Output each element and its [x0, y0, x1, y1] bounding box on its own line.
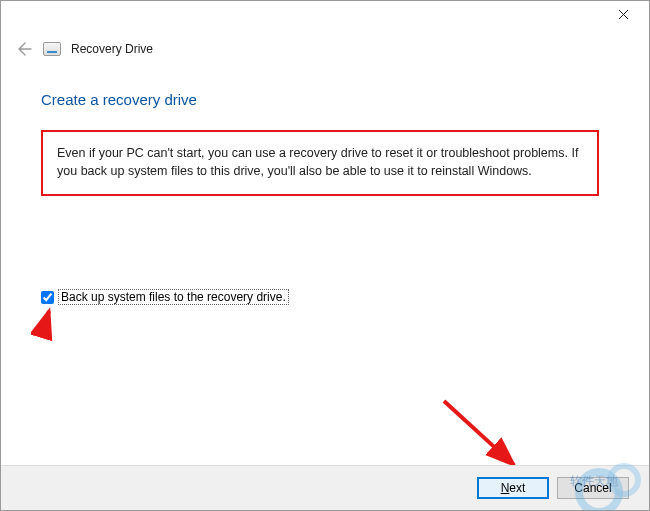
back-arrow-icon [14, 40, 32, 58]
footer: Next Cancel [1, 466, 649, 510]
next-button[interactable]: Next [477, 477, 549, 499]
description-text: Even if your PC can't start, you can use… [57, 144, 583, 180]
close-icon [618, 9, 629, 20]
close-button[interactable] [603, 3, 643, 25]
backup-checkbox-label[interactable]: Back up system files to the recovery dri… [58, 289, 289, 305]
window-title: Recovery Drive [71, 42, 153, 56]
back-button[interactable] [11, 37, 35, 61]
recovery-drive-icon [43, 42, 61, 56]
backup-checkbox-row: Back up system files to the recovery dri… [41, 289, 289, 305]
content-area: Create a recovery drive Even if your PC … [1, 61, 649, 196]
header: Recovery Drive [1, 31, 649, 61]
titlebar [1, 1, 649, 31]
description-highlight: Even if your PC can't start, you can use… [41, 130, 599, 196]
backup-checkbox[interactable] [41, 291, 54, 304]
page-heading: Create a recovery drive [41, 91, 609, 108]
cancel-button[interactable]: Cancel [557, 477, 629, 499]
annotation-arrow-checkbox [31, 303, 71, 343]
